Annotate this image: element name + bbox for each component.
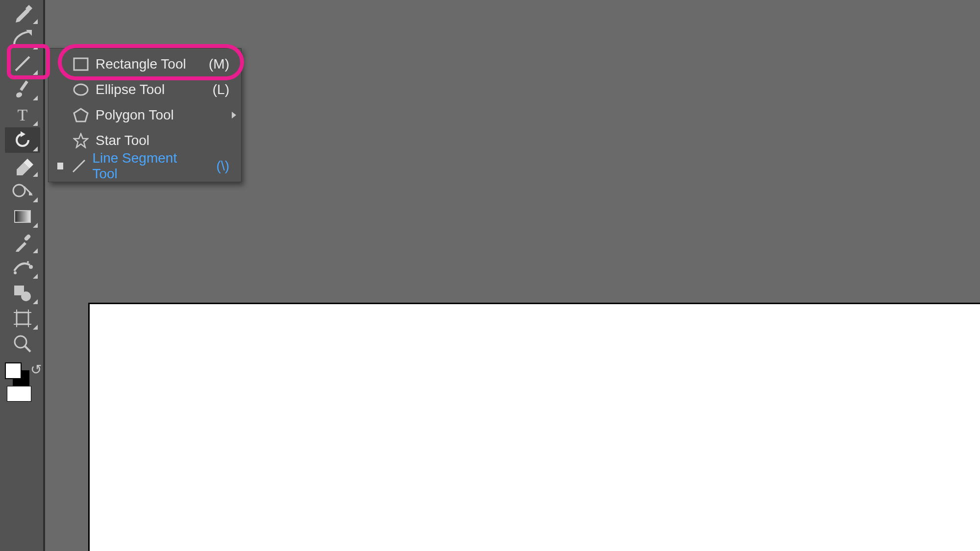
curvature-icon: [11, 27, 34, 49]
menu-item-line-segment-tool[interactable]: Line Segment Tool (\): [49, 153, 241, 179]
artboard[interactable]: [90, 304, 980, 551]
menu-item-shortcut: (M): [200, 56, 229, 72]
rectangle-icon: [71, 57, 91, 71]
brush-icon: [12, 78, 33, 100]
svg-point-17: [15, 336, 26, 348]
menu-item-shortcut: (L): [200, 82, 229, 97]
flyout-indicator-icon: [33, 274, 38, 279]
gradient-icon: [13, 207, 32, 226]
flyout-indicator-icon: [33, 121, 38, 126]
menu-item-label: Line Segment Tool: [92, 150, 192, 182]
line-icon: [70, 158, 87, 174]
type-tool[interactable]: T: [5, 102, 40, 127]
toolbar: T: [0, 0, 45, 551]
svg-point-20: [74, 84, 88, 95]
eyedropper-icon: [12, 231, 33, 253]
menu-item-label: Star Tool: [96, 133, 188, 148]
menu-item-label: Polygon Tool: [96, 107, 188, 123]
svg-rect-6: [24, 234, 31, 241]
eyedropper-tool[interactable]: [5, 229, 40, 255]
menu-item-star-tool[interactable]: Star Tool: [49, 128, 241, 153]
flyout-indicator-icon: [33, 223, 38, 228]
shape-builder-tool[interactable]: [5, 178, 40, 204]
flyout-indicator-icon: [33, 70, 38, 75]
star-icon: [71, 133, 91, 148]
svg-rect-5: [15, 211, 30, 222]
flyout-indicator-icon: [33, 19, 38, 24]
ellipse-icon: [71, 83, 91, 96]
rotate-tool[interactable]: [5, 127, 40, 153]
fill-stroke-indicator[interactable]: [5, 362, 29, 387]
zoom-icon: [12, 333, 33, 355]
line-icon: [12, 53, 33, 74]
shape-tool-flyout: Rectangle Tool (M) Ellipse Tool (L) Poly…: [48, 48, 242, 182]
svg-point-7: [14, 271, 17, 274]
flyout-indicator-icon: [33, 299, 38, 304]
artboard-icon: [12, 308, 33, 329]
flyout-indicator-icon: [33, 325, 38, 330]
pen-icon: [12, 2, 33, 24]
flyout-indicator-icon: [33, 197, 38, 202]
shapebuilder-icon: [11, 180, 34, 202]
svg-line-23: [73, 160, 85, 172]
svg-marker-22: [74, 134, 88, 147]
eraser-icon: [12, 155, 33, 176]
artboard-tool[interactable]: [5, 306, 40, 331]
menu-item-label: Rectangle Tool: [96, 56, 188, 72]
submenu-arrow-icon: [232, 112, 236, 119]
svg-text:T: T: [18, 106, 28, 124]
eraser-tool[interactable]: [5, 153, 40, 178]
menu-item-label: Ellipse Tool: [96, 82, 188, 97]
flyout-indicator-icon: [33, 45, 38, 49]
svg-line-1: [16, 57, 29, 71]
flyout-indicator-icon: [33, 146, 38, 151]
type-icon: T: [12, 104, 33, 125]
svg-rect-12: [17, 312, 28, 324]
polygon-icon: [71, 108, 91, 122]
color-swatch[interactable]: [7, 386, 31, 402]
sprayer-icon: [11, 256, 34, 279]
active-marker-icon: [57, 163, 63, 169]
shaper-icon: [11, 282, 34, 304]
curvature-tool[interactable]: [5, 25, 40, 51]
flyout-indicator-icon: [33, 96, 38, 100]
svg-line-18: [25, 346, 30, 352]
swap-fill-stroke-icon[interactable]: ↺: [30, 361, 42, 378]
svg-point-4: [13, 185, 25, 196]
svg-marker-21: [74, 109, 88, 121]
menu-item-polygon-tool[interactable]: Polygon Tool: [49, 102, 241, 128]
toolbar-separator: [43, 0, 45, 551]
svg-point-11: [21, 291, 31, 301]
svg-point-9: [27, 261, 29, 263]
menu-item-ellipse-tool[interactable]: Ellipse Tool (L): [49, 77, 241, 102]
flyout-indicator-icon: [33, 172, 38, 177]
menu-item-rectangle-tool[interactable]: Rectangle Tool (M): [49, 51, 241, 77]
svg-rect-19: [74, 58, 88, 70]
line-segment-tool[interactable]: [5, 51, 40, 76]
svg-rect-2: [20, 80, 28, 91]
paintbrush-tool[interactable]: [5, 76, 40, 102]
flyout-indicator-icon: [33, 248, 38, 253]
rotate-icon: [12, 129, 33, 151]
zoom-tool[interactable]: [5, 331, 40, 357]
pen-tool[interactable]: [5, 0, 40, 25]
gradient-tool[interactable]: [5, 204, 40, 229]
menu-item-shortcut: (\): [203, 158, 229, 174]
svg-point-8: [29, 265, 33, 269]
shaper-tool[interactable]: [5, 280, 40, 306]
symbol-sprayer-tool[interactable]: [5, 255, 40, 280]
